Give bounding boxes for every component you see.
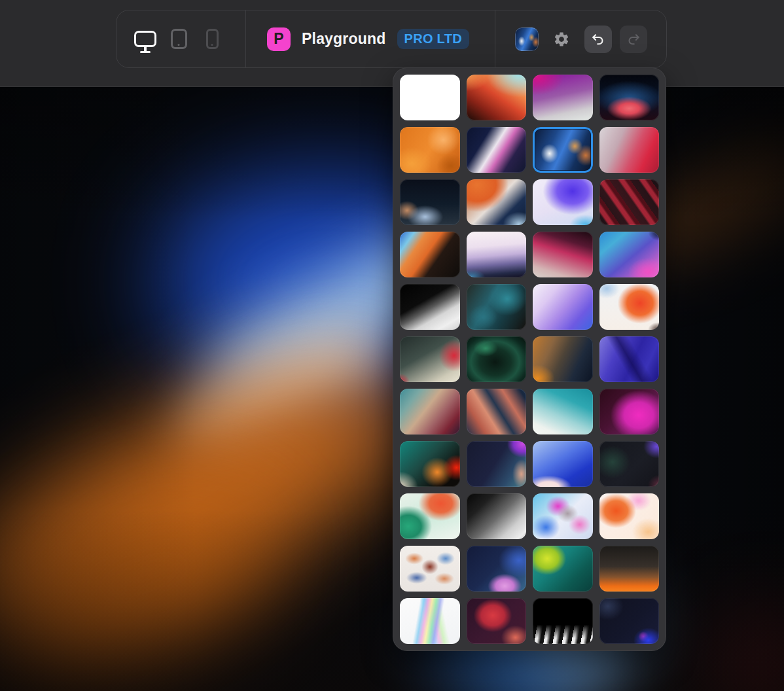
wallpaper-thumbnail-cyan-orange-dune[interactable] xyxy=(400,232,460,277)
wallpaper-thumbnail-charcoal-to-orange[interactable] xyxy=(599,546,660,592)
toolbar-actions xyxy=(495,10,666,67)
wallpaper-thumbnail-navy-pink-streaks[interactable] xyxy=(467,127,527,173)
wallpaper-thumbnail-pastel-prism-swirl[interactable] xyxy=(533,493,593,539)
app-logo-letter: P xyxy=(274,30,283,48)
wallpaper-thumbnail-silver-to-crimson[interactable] xyxy=(599,127,660,173)
wallpaper-thumbnail-white-coral-blob[interactable] xyxy=(599,284,660,330)
phone-device-button[interactable] xyxy=(198,22,226,56)
wallpaper-thumbnail-midnight-red-glow[interactable] xyxy=(599,75,660,120)
desktop-icon xyxy=(134,31,156,47)
wallpaper-thumbnail-solid-white[interactable] xyxy=(400,75,460,120)
wallpaper-thumbnail-emerald-coral-swirl[interactable] xyxy=(400,493,460,539)
wallpaper-thumbnail-black-white-wave[interactable] xyxy=(400,284,460,330)
wallpaper-canvas[interactable] xyxy=(0,87,784,691)
wallpaper-thumbnail-white-violet-blue[interactable] xyxy=(533,284,593,330)
wallpaper-thumbnail-cyan-purple-pink[interactable] xyxy=(599,232,660,277)
redo-icon xyxy=(626,32,641,46)
wallpaper-thumbnail-magenta-violet-mist[interactable] xyxy=(533,75,593,120)
wallpaper-thumbnail-blush-to-navy[interactable] xyxy=(467,232,527,277)
settings-button[interactable] xyxy=(552,29,571,49)
wallpaper-thumbnail-amber-blue-dusk[interactable] xyxy=(533,336,593,382)
wallpaper-picker-panel xyxy=(393,67,666,651)
wallpaper-thumbnail-white-prism-rainbow[interactable] xyxy=(400,598,460,644)
wallpaper-thumbnail-rose-magenta-fade[interactable] xyxy=(533,232,593,277)
gear-icon xyxy=(553,31,570,48)
canvas-vignette xyxy=(0,87,784,691)
app-logo: P xyxy=(267,27,291,51)
wallpaper-thumbnail-white-to-teal[interactable] xyxy=(533,389,593,434)
undo-button[interactable] xyxy=(584,26,612,53)
wallpaper-thumbnail-emerald-vortex[interactable] xyxy=(467,336,527,382)
wallpaper-thumbnail-blue-abstract-streaks[interactable] xyxy=(533,127,593,173)
wallpaper-thumbnail-black-white-stripes[interactable] xyxy=(533,598,593,644)
redo-button[interactable] xyxy=(620,26,647,53)
tablet-device-button[interactable] xyxy=(164,22,193,56)
wallpaper-thumbnail-teal-marble-swirl[interactable] xyxy=(467,284,527,330)
app-title-group: P Playground PRO LTD xyxy=(245,10,495,67)
header-bar: P Playground PRO LTD xyxy=(0,0,784,87)
wallpaper-thumbnail-lime-teal-aurora[interactable] xyxy=(533,546,593,592)
wallpaper-thumbnail-charcoal-violet-glow[interactable] xyxy=(599,441,660,487)
wallpaper-thumbnail-ember-to-cyan[interactable] xyxy=(467,75,527,120)
device-toggle-group xyxy=(116,10,245,67)
wallpaper-thumbnail-midnight-blue-haze[interactable] xyxy=(400,179,460,225)
desktop-device-button[interactable] xyxy=(131,22,160,56)
wallpaper-thumbnail-dark-red-streaks[interactable] xyxy=(599,179,660,225)
wallpaper-thumbnail-blurred-bokeh-weave[interactable] xyxy=(400,546,460,592)
wallpaper-thumbnail-salmon-navy-ribbons[interactable] xyxy=(467,389,527,434)
wallpaper-thumbnail-black-to-white-fade[interactable] xyxy=(467,493,527,539)
wallpaper-thumbnail-teal-tan-maroon[interactable] xyxy=(400,389,460,434)
wallpaper-thumbnail-garnet-red-glow[interactable] xyxy=(467,598,527,644)
pro-badge: PRO LTD xyxy=(397,29,469,49)
app-title: Playground xyxy=(302,30,386,48)
wallpaper-thumbnail-orange-navy-wave[interactable] xyxy=(467,179,527,225)
wallpaper-thumbnail-peach-pink-rays[interactable] xyxy=(599,493,660,539)
wallpaper-thumbnail-navy-blue-rose-glow[interactable] xyxy=(467,546,527,592)
toolbar: P Playground PRO LTD xyxy=(116,10,667,68)
wallpaper-thumbnail-teal-cream-fire[interactable] xyxy=(400,441,460,487)
phone-icon xyxy=(206,29,219,49)
current-wallpaper-thumbnail[interactable] xyxy=(515,27,539,51)
undo-icon xyxy=(591,32,605,46)
wallpaper-thumbnail-navy-purple-wisp[interactable] xyxy=(467,441,527,487)
tablet-icon xyxy=(171,29,187,49)
wallpaper-thumbnail-violet-blob-light[interactable] xyxy=(533,179,593,225)
wallpaper-thumbnail-magenta-burst-dark[interactable] xyxy=(599,389,660,434)
wallpaper-thumbnail-indigo-silk[interactable] xyxy=(599,336,660,382)
wallpaper-thumbnail-navy-blue-pink-night[interactable] xyxy=(599,598,660,644)
wallpaper-thumbnail-blue-cream-diagonal[interactable] xyxy=(533,441,593,487)
wallpaper-thumbnail-slate-red-cream[interactable] xyxy=(400,336,460,382)
wallpaper-thumbnail-orange-liquid-swirl[interactable] xyxy=(400,127,460,173)
